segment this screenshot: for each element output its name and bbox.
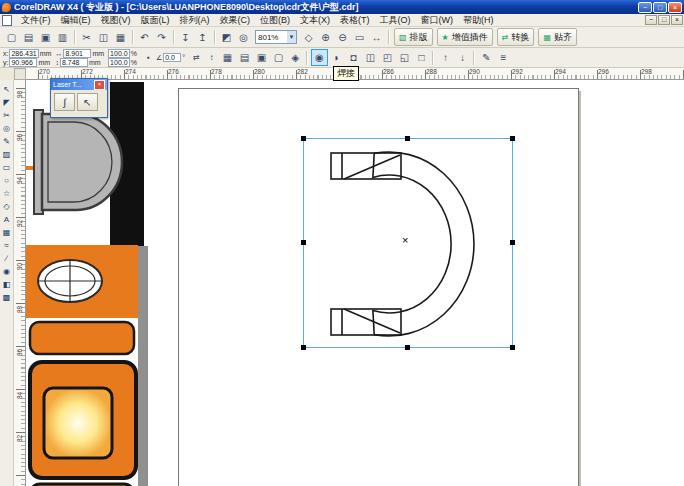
separator[interactable]: [170, 29, 177, 46]
pan-icon[interactable]: ◇: [300, 29, 317, 46]
width-field[interactable]: 8.901: [63, 49, 91, 58]
intersect-button[interactable]: ◘: [345, 49, 362, 66]
selection-center-mark[interactable]: ×: [402, 234, 408, 246]
order-button[interactable]: ▤: [236, 49, 253, 66]
mdi-close-button[interactable]: ×: [671, 15, 683, 25]
selected-horseshoe-shape[interactable]: [304, 139, 514, 349]
weld-button[interactable]: ◉: [311, 49, 328, 66]
export-icon[interactable]: ↥: [194, 29, 211, 46]
maximize-button[interactable]: □: [653, 2, 667, 13]
menu-item[interactable]: 文本(X): [295, 14, 335, 27]
floorplan-artwork[interactable]: [26, 80, 152, 486]
convert-to-curves-button[interactable]: ✎: [478, 49, 495, 66]
layout-button[interactable]: ▧ 排版: [394, 28, 433, 46]
height-field[interactable]: 8.748: [60, 58, 88, 67]
ungroup-button[interactable]: ▢: [270, 49, 287, 66]
shape-tool[interactable]: ◤: [0, 96, 13, 109]
selection-handle[interactable]: [301, 240, 306, 245]
align-button[interactable]: ▦: [219, 49, 236, 66]
redo-icon[interactable]: ↷: [153, 29, 170, 46]
selection-handle[interactable]: [510, 136, 515, 141]
separator[interactable]: [211, 29, 218, 46]
minimize-button[interactable]: −: [638, 2, 652, 13]
separator[interactable]: [304, 49, 311, 66]
mirror-vertical-button[interactable]: ↕: [204, 50, 219, 65]
selection-handle[interactable]: [405, 345, 410, 350]
undo-icon[interactable]: ↶: [136, 29, 153, 46]
close-button[interactable]: ×: [668, 2, 682, 13]
rectangle-tool[interactable]: ▭: [0, 161, 13, 174]
lock-ratio-button[interactable]: ▪: [141, 50, 156, 65]
menu-item[interactable]: 位图(B): [255, 14, 295, 27]
new-icon[interactable]: ▢: [3, 29, 20, 46]
front-minus-back-button[interactable]: ◰: [379, 49, 396, 66]
ruler-origin-button[interactable]: [14, 68, 26, 80]
outline-width-button[interactable]: ≡: [495, 49, 512, 66]
table-tool[interactable]: ▦: [0, 226, 13, 239]
selection-handle[interactable]: [510, 345, 515, 350]
menu-item[interactable]: 效果(C): [215, 14, 256, 27]
separator[interactable]: [71, 29, 78, 46]
menu-item[interactable]: 窗口(W): [416, 14, 459, 27]
print-icon[interactable]: ▥: [54, 29, 71, 46]
selection-handle[interactable]: [405, 136, 410, 141]
menu-item[interactable]: 工具(O): [375, 14, 416, 27]
selection-bounding-box[interactable]: ×: [303, 138, 513, 348]
simplify-button[interactable]: ◫: [362, 49, 379, 66]
laser-floating-toolbar[interactable]: Laser T... × ∫↖: [50, 78, 108, 118]
x-position-field[interactable]: 286.431: [9, 49, 38, 58]
copy-icon[interactable]: ◫: [95, 29, 112, 46]
scale-x-field[interactable]: 100.0: [108, 49, 130, 58]
open-icon[interactable]: ▤: [20, 29, 37, 46]
welcome-screen-icon[interactable]: ◎: [235, 29, 252, 46]
selection-handle[interactable]: [301, 136, 306, 141]
paste-icon[interactable]: ▦: [112, 29, 129, 46]
menu-item[interactable]: 版面(L): [136, 14, 175, 27]
selection-handle[interactable]: [510, 240, 515, 245]
zoom-in-icon[interactable]: ⊕: [317, 29, 334, 46]
close-icon[interactable]: ×: [94, 80, 105, 90]
polygon-tool[interactable]: ☆: [0, 187, 13, 200]
zoom-tool[interactable]: ◎: [0, 122, 13, 135]
cut-icon[interactable]: ✂: [78, 29, 95, 46]
pick-tool[interactable]: ↖: [0, 83, 13, 96]
create-boundary-button[interactable]: □: [413, 49, 430, 66]
zoom-out-icon[interactable]: ⊖: [334, 29, 351, 46]
snap-button[interactable]: ▦ 贴齐: [538, 28, 577, 46]
separator[interactable]: [385, 29, 392, 46]
blend-tool[interactable]: ≈: [0, 239, 13, 252]
fill-tool[interactable]: ◧: [0, 278, 13, 291]
separator[interactable]: [430, 49, 437, 66]
separator[interactable]: [129, 29, 136, 46]
combine-button[interactable]: ◈: [287, 49, 304, 66]
eyedropper-tool[interactable]: ∕: [0, 252, 13, 265]
mdi-minimize-button[interactable]: −: [645, 15, 657, 25]
trim-button[interactable]: ◗: [328, 49, 345, 66]
to-back-button[interactable]: ↓: [454, 49, 471, 66]
freehand-tool[interactable]: ✎: [0, 135, 13, 148]
to-front-button[interactable]: ↑: [437, 49, 454, 66]
scale-y-field[interactable]: 100.0: [108, 58, 130, 67]
import-icon[interactable]: ↧: [177, 29, 194, 46]
mdi-restore-button[interactable]: □: [658, 15, 670, 25]
menu-item[interactable]: 帮助(H): [458, 14, 499, 27]
separator[interactable]: [471, 49, 478, 66]
outline-tool[interactable]: ◉: [0, 265, 13, 278]
zoom-page-icon[interactable]: ▭: [351, 29, 368, 46]
interactive-fill-tool[interactable]: ▩: [0, 291, 13, 304]
save-icon[interactable]: ▣: [37, 29, 54, 46]
rotation-field[interactable]: 0.0: [163, 53, 181, 62]
back-minus-front-button[interactable]: ◱: [396, 49, 413, 66]
laser-pick-button[interactable]: ↖: [77, 93, 98, 111]
plugins-button[interactable]: ★ 增值插件: [437, 28, 493, 46]
document-icon[interactable]: [2, 15, 12, 26]
crop-tool[interactable]: ✂: [0, 109, 13, 122]
drawing-canvas[interactable]: ×: [26, 80, 684, 486]
zoom-level-select[interactable]: 801% ▼: [255, 30, 297, 44]
chevron-down-icon[interactable]: ▼: [287, 31, 296, 43]
ellipse-tool[interactable]: ○: [0, 174, 13, 187]
selection-handle[interactable]: [301, 345, 306, 350]
y-position-field[interactable]: 90.966: [9, 58, 37, 67]
convert-button[interactable]: ⇄ 转换: [497, 28, 535, 46]
app-launcher-icon[interactable]: ◩: [218, 29, 235, 46]
